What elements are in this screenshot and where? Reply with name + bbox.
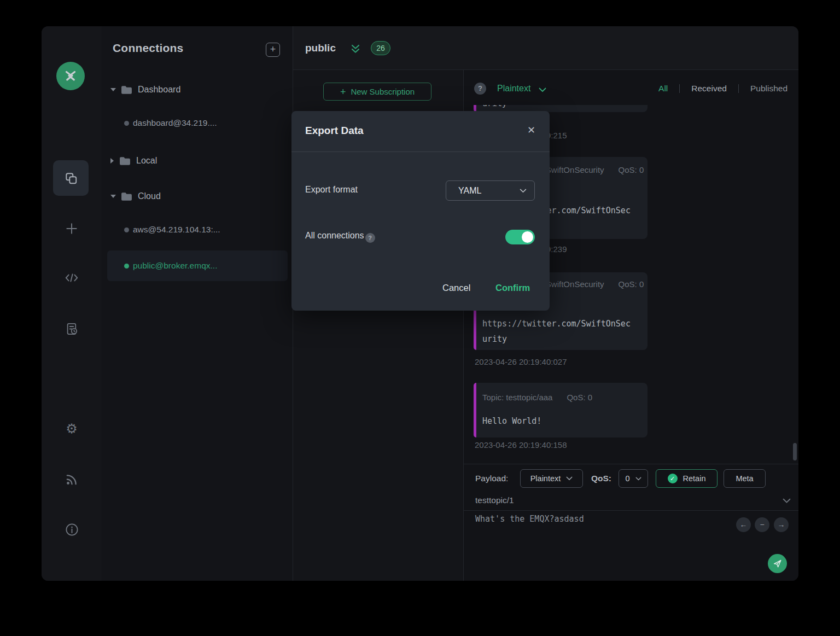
chevron-down-icon <box>520 189 527 193</box>
payload-label: Payload: <box>475 474 508 483</box>
modal-title: Export Data <box>305 125 364 137</box>
divider <box>291 151 550 152</box>
message-timestamp: 2023-04-26 20:19:40:158 <box>475 440 567 450</box>
publish-format-select[interactable]: Plaintext <box>520 469 583 488</box>
history-clear-button[interactable]: − <box>755 517 769 532</box>
qos-value: 0 <box>625 474 629 483</box>
message-card[interactable]: Topic: testtopic/aaaQoS: 0 Hello World! <box>474 383 648 437</box>
folder-label: Local <box>136 156 157 166</box>
meta-button[interactable]: Meta <box>724 469 766 488</box>
message-body: https://twitter.com/SwiftOnSecurity <box>482 105 633 111</box>
message-editor[interactable]: What's the EMQX?asdasd <box>475 514 584 524</box>
rail-item-connections[interactable] <box>53 160 89 196</box>
status-dot-offline <box>124 121 129 126</box>
caret-right-icon <box>110 158 114 164</box>
all-connections-label: All connections? <box>305 231 375 243</box>
connection-label-selected: public@broker.emqx... <box>133 261 217 271</box>
caret-down-icon <box>110 195 116 198</box>
mqttx-logo-icon <box>62 68 79 84</box>
divider <box>464 464 798 464</box>
publish-format-value: Plaintext <box>530 474 561 483</box>
rail-item-broadcast[interactable] <box>42 472 102 487</box>
new-connection-button[interactable]: + <box>266 43 280 57</box>
publish-indicator-bar <box>474 383 476 437</box>
chevron-down-icon[interactable] <box>783 498 791 504</box>
connections-icon <box>64 171 78 185</box>
connection-title: public <box>305 42 336 54</box>
qos-select[interactable]: 0 <box>619 469 648 488</box>
message-qos: QoS: 0 <box>619 279 644 289</box>
meta-label: Meta <box>736 474 753 483</box>
folder-label: Cloud <box>138 191 161 201</box>
folder-icon <box>121 85 132 95</box>
message-qos: QoS: 0 <box>567 393 592 402</box>
connection-item-dashboard[interactable]: dashboard@34.219.... <box>102 112 293 134</box>
connection-item-aws[interactable]: aws@54.219.104.13:... <box>102 219 293 241</box>
folder-icon <box>121 192 132 201</box>
send-button[interactable] <box>768 554 787 573</box>
retain-toggle-button[interactable]: ✓ Retain <box>656 469 718 488</box>
connection-item-public[interactable]: public@broker.emqx... <box>102 255 293 277</box>
connection-header: public 26 ••• <box>293 26 798 70</box>
check-circle-icon: ✓ <box>668 474 678 483</box>
export-format-value: YAML <box>458 186 481 196</box>
help-icon[interactable]: ? <box>474 83 486 95</box>
rss-icon <box>65 472 79 487</box>
rail-item-settings[interactable]: ⚙ <box>42 422 102 435</box>
tab-published[interactable]: Published <box>750 84 788 94</box>
folder-dashboard[interactable]: Dashboard <box>102 79 293 101</box>
chevron-down-icon <box>539 87 546 92</box>
retain-label: Retain <box>683 474 706 483</box>
rail-item-script[interactable] <box>42 271 102 285</box>
history-prev-button[interactable]: ← <box>736 517 751 532</box>
connections-sidebar: Connections + Dashboard dashboard@34.219… <box>102 26 293 581</box>
rail-item-log[interactable] <box>42 322 102 336</box>
minus-icon: − <box>760 520 764 529</box>
app-logo <box>56 62 85 90</box>
info-icon <box>65 522 79 537</box>
folder-cloud[interactable]: Cloud <box>102 185 293 207</box>
close-icon[interactable]: ✕ <box>527 124 535 136</box>
tab-divider <box>738 84 739 93</box>
export-format-label: Export format <box>305 185 358 195</box>
export-format-select[interactable]: YAML <box>446 180 535 201</box>
all-connections-toggle[interactable] <box>505 230 535 244</box>
confirm-button[interactable]: Confirm <box>495 283 530 293</box>
help-icon[interactable]: ? <box>365 233 375 243</box>
scrollbar-thumb[interactable] <box>793 443 797 460</box>
payload-format-dropdown[interactable]: Plaintext <box>497 84 530 94</box>
plus-icon: + <box>340 87 346 97</box>
connection-label: aws@54.219.104.13:... <box>133 225 220 235</box>
tab-divider <box>679 84 680 93</box>
double-chevron-down-icon[interactable] <box>349 43 362 56</box>
rail-item-new-connection[interactable] <box>42 221 102 236</box>
history-next-button[interactable]: → <box>774 517 789 532</box>
qos-label: QoS: <box>591 474 611 483</box>
app-window: ⚙ Connections + Dashboard <box>42 26 798 581</box>
folder-icon <box>119 156 131 166</box>
folder-label: Dashboard <box>138 85 180 95</box>
code-icon <box>64 271 79 285</box>
paper-plane-icon <box>772 558 783 569</box>
folder-local[interactable]: Local <box>102 150 293 172</box>
cancel-button[interactable]: Cancel <box>442 283 470 293</box>
topic-input[interactable]: testtopic/1 <box>475 495 514 505</box>
tab-received[interactable]: Received <box>691 84 727 94</box>
chevron-down-icon <box>566 476 573 481</box>
messages-header: ? Plaintext All Received Published <box>464 70 798 105</box>
arrow-right-icon: → <box>778 520 785 529</box>
message-body: https://twitter.com/SwiftOnSecurity <box>482 316 633 347</box>
status-dot-online <box>124 264 129 269</box>
all-connections-text: All connections <box>305 231 364 240</box>
plus-icon <box>65 221 79 236</box>
export-data-modal: Export Data ✕ Export format YAML All con… <box>291 111 550 311</box>
nav-rail: ⚙ <box>42 26 102 581</box>
chevron-down-icon <box>635 477 641 481</box>
rail-item-about[interactable] <box>42 522 102 537</box>
message-body: Hello World! <box>482 415 633 428</box>
sidebar-title: Connections <box>113 42 183 55</box>
message-qos: QoS: 0 <box>619 165 644 174</box>
new-subscription-button[interactable]: + New Subscription <box>323 83 431 101</box>
tab-all[interactable]: All <box>658 84 668 94</box>
message-filter-tabs: All Received Published <box>658 84 788 94</box>
